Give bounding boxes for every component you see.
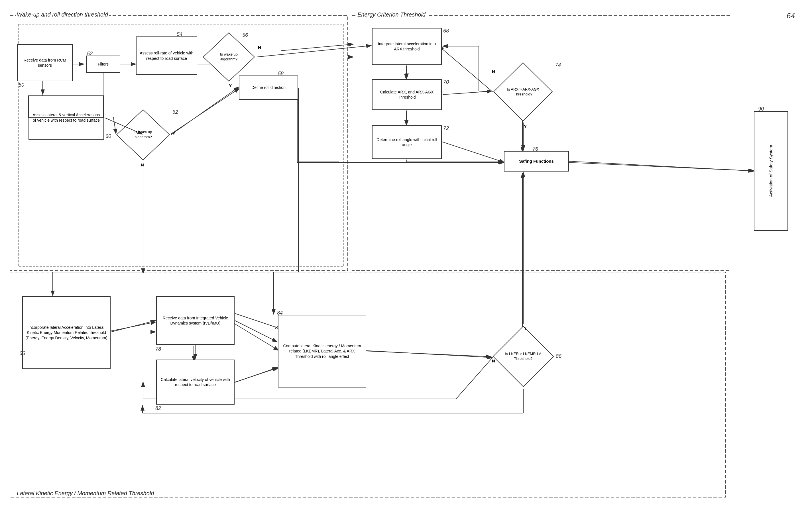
- num-90: 90: [758, 106, 764, 112]
- box-define-roll: Define roll direction: [239, 75, 298, 100]
- box-assess-rollrate: Assess roll-rate of vehicle with respect…: [136, 36, 197, 75]
- svg-line-23: [106, 322, 156, 332]
- svg-line-12: [171, 88, 239, 134]
- box-det-roll-angle: Determine roll angle with initial roll a…: [372, 125, 442, 159]
- box-safing: Safing Functions: [504, 151, 569, 172]
- svg-line-58: [569, 161, 753, 171]
- diamond-wakeup1: Is wake up algorithm?: [202, 31, 256, 83]
- num-60: 60: [106, 133, 111, 139]
- num-68: 68: [443, 28, 449, 34]
- box-calc-arx: Calculate ARX, and ARX-AGX Threshold: [372, 79, 442, 110]
- arrows-svg: [0, 0, 812, 514]
- label-n-d56: N: [258, 45, 261, 50]
- num-70: 70: [443, 79, 449, 85]
- box-assess-acc: Assess lateral & vertical Accelerations …: [29, 95, 104, 140]
- svg-line-59: [111, 321, 155, 332]
- svg-line-18: [440, 141, 504, 162]
- svg-line-42: [171, 87, 239, 135]
- box-compute-lke: Compute lateral Kinetic energy / Momentu…: [278, 315, 366, 388]
- num-72: 72: [443, 125, 449, 131]
- svg-line-64: [367, 351, 491, 357]
- num-54: 54: [177, 31, 182, 37]
- num-58: 58: [278, 71, 284, 77]
- label-y-d74: Y: [524, 124, 527, 129]
- svg-line-21: [281, 44, 353, 51]
- box-integrate-acc: Integrate lateral acceleration into ARX …: [372, 28, 442, 65]
- svg-line-29: [456, 358, 493, 399]
- label-y-d62: Y: [172, 131, 175, 136]
- label-y-d56: Y: [229, 83, 232, 88]
- svg-line-25: [232, 322, 279, 351]
- energy-label: Energy Criterion Threshold: [356, 11, 427, 18]
- svg-line-61: [235, 321, 277, 342]
- label-n-d62: N: [141, 162, 144, 167]
- box-activation: Activation of Safety System: [754, 111, 788, 231]
- label-n-d74: N: [492, 69, 495, 74]
- box-rcm: Receive data from RCM sensors: [17, 44, 73, 81]
- diamond-arx: Is ARX > ARX-AGX Threshold?: [493, 61, 554, 122]
- diagram-container: Wake-up and roll direction threshold Ene…: [0, 0, 812, 514]
- svg-line-57: [443, 91, 492, 95]
- num-50: 50: [19, 82, 24, 88]
- svg-line-27: [363, 351, 493, 358]
- svg-line-26: [232, 367, 279, 383]
- box-ivd-imu: Receive data from Integrated Vehicle Dyn…: [156, 296, 235, 345]
- wakeup-label: Wake-up and roll direction threshold: [16, 11, 109, 18]
- num-78: 78: [155, 346, 161, 352]
- box-incorporate-acc: Incorporate lateral Acceleration into La…: [22, 296, 111, 369]
- num-74: 74: [555, 62, 561, 68]
- arrows-svg-2: [0, 0, 812, 514]
- num-52: 52: [87, 51, 93, 57]
- diamond-lker: Is LKER > LKEMR-LA Threshold?: [492, 325, 555, 388]
- num-82: 82: [155, 405, 161, 412]
- num-76: 76: [532, 146, 538, 152]
- label-y-d86: Y: [524, 326, 527, 331]
- svg-line-63: [235, 313, 277, 328]
- num-62: 62: [172, 109, 178, 115]
- svg-rect-3: [10, 272, 725, 497]
- box-filters: Filters: [86, 56, 120, 73]
- svg-line-62: [235, 367, 277, 382]
- num-66: 66: [19, 351, 25, 357]
- num-84: 84: [277, 310, 283, 316]
- num-86: 86: [556, 353, 561, 359]
- diamond-wakeup2: Is wake up algorithm?: [115, 108, 171, 161]
- box-calc-lat-vel: Calculate lateral velocity of vehicle wi…: [156, 360, 235, 404]
- svg-line-46: [257, 46, 371, 57]
- svg-line-22: [568, 162, 755, 171]
- label-n-d86: N: [492, 358, 495, 363]
- num-56: 56: [242, 32, 248, 38]
- lkemr-label: Lateral Kinetic Energy / Momentum Relate…: [16, 490, 155, 496]
- num-64: 64: [787, 11, 795, 20]
